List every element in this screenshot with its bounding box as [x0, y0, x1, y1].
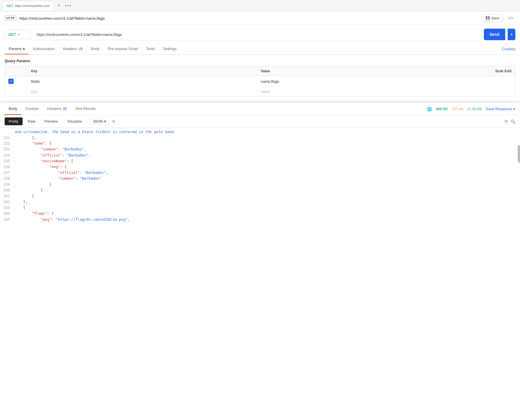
tab-settings[interactable]: Settings — [159, 44, 181, 54]
resp-raw-tab[interactable]: Raw — [24, 117, 39, 125]
resp-pretty-tab[interactable]: Pretty — [5, 117, 23, 125]
resp-visualize-tab[interactable]: Visualize — [63, 117, 86, 125]
resp-tab-body[interactable]: Body — [5, 103, 21, 115]
save-response-button[interactable]: Save Response ▾ — [486, 107, 515, 111]
checkbox-cell[interactable] — [5, 76, 28, 87]
col-value-header: Value — [257, 66, 462, 76]
tab-body[interactable]: Body — [87, 44, 104, 54]
key-cell[interactable]: fields — [27, 76, 257, 87]
line-content-239: } — [14, 182, 520, 187]
code-line-comment: and uitiamaiine. The head oi a black tri… — [0, 129, 520, 135]
tab-params[interactable]: Params — [5, 44, 29, 54]
send-dropdown-button[interactable]: ▾ — [508, 29, 515, 40]
tab-bar: GET https://restcountries.com + ••• — [0, 0, 520, 12]
filter-icon: ≡ — [112, 119, 115, 124]
new-tab-button[interactable]: + — [55, 3, 63, 9]
save-response-label: Save Response — [486, 107, 512, 111]
bulk-edit-label[interactable]: Bulk Edit — [495, 69, 512, 73]
code-button[interactable]: </> — [506, 15, 515, 22]
method-label: GET — [8, 32, 16, 37]
search-button[interactable]: 🔍 — [510, 119, 515, 124]
line-content-234: "official": "Barbados", — [14, 152, 520, 158]
tab-headers-label: Headers — [63, 47, 77, 51]
col-check-header — [5, 66, 28, 76]
empty-key-cell[interactable]: Key — [27, 87, 257, 97]
resp-tab-headers[interactable]: Headers (8) — [43, 103, 71, 115]
scrollbar-track — [518, 128, 520, 224]
save-icon: 💾 — [486, 16, 490, 20]
filter-icon-button[interactable]: ≡ — [112, 119, 115, 124]
code-area: and uitiamaiine. The head oi a black tri… — [0, 128, 520, 224]
tab-headers[interactable]: Headers (6) — [59, 44, 87, 54]
code-line-234: 234 "official": "Barbados", — [0, 152, 520, 158]
scrollbar-thumb[interactable] — [518, 145, 520, 163]
resp-body-label: Body — [9, 106, 17, 111]
code-line-243: 243 { — [0, 205, 520, 211]
headers-badge: (6) — [78, 47, 83, 51]
request-tabs: Params Authorization Headers (6) Body Pr… — [0, 44, 520, 55]
table-row: fields name,flags — [5, 76, 515, 87]
tab-more-button[interactable]: ••• — [63, 3, 74, 8]
line-content-244: "flags": { — [14, 211, 520, 216]
address-bar: HTTP https://restcountries.com/v3.1/all?… — [0, 12, 520, 25]
code-line-235: 235 "nativeName": { — [0, 158, 520, 164]
tab-authorization[interactable]: Authorization — [29, 44, 59, 54]
param-value: name,flags — [261, 79, 279, 84]
checkbox-checked-icon[interactable] — [8, 79, 14, 84]
resp-preview-tab[interactable]: Preview — [40, 117, 62, 125]
value-cell[interactable]: name,flags — [257, 76, 462, 87]
params-title: Query Params — [5, 59, 515, 63]
params-table: Key Value Bulk Edit fields name,flags — [5, 66, 515, 97]
format-arrow-icon: ▾ — [104, 119, 106, 124]
line-num-237: 237 — [0, 170, 14, 176]
response-meta: 🌐 200 OK 337 ms 21.06 KB Save Response ▾ — [427, 107, 515, 111]
resp-tab-test-results[interactable]: Test Results — [71, 103, 100, 115]
code-container[interactable]: and uitiamaiine. The head oi a black tri… — [0, 128, 520, 224]
url-input[interactable] — [33, 29, 482, 40]
tab-tests[interactable]: Tests — [142, 44, 159, 54]
send-button[interactable]: Send — [484, 29, 505, 40]
response-time: 337 ms — [452, 107, 463, 111]
code-line-232: 232 "name": { — [0, 141, 520, 146]
key-placeholder: Key — [31, 89, 37, 94]
tab-pre-request[interactable]: Pre-request Script — [104, 44, 142, 54]
line-num-comment — [0, 129, 14, 129]
section-divider — [0, 101, 520, 103]
response-section: Body Cookies Headers (8) Test Results 🌐 … — [0, 103, 520, 224]
empty-check — [5, 87, 28, 97]
method-select[interactable]: GET ▾ — [5, 30, 31, 39]
copy-icon: ⧉ — [505, 119, 508, 124]
line-content-238: "common": "Barbados" — [14, 176, 520, 181]
empty-edit-cell — [462, 87, 515, 97]
http-badge: HTTP — [5, 16, 16, 21]
params-section: Query Params Key Value Bulk Edit fields — [0, 55, 520, 101]
line-num-240: 240 — [0, 187, 14, 193]
copy-button[interactable]: ⧉ — [505, 119, 508, 124]
line-content-243: { — [14, 205, 520, 211]
code-line-244: 244 "flags": { — [0, 211, 520, 216]
response-size: 21.06 KB — [467, 107, 482, 111]
code-line-245: 245 "png": "https://flagcdn.com/w320/im.… — [0, 217, 520, 222]
code-line-238: 238 "common": "Barbados" — [0, 176, 520, 181]
line-num-233: 233 — [0, 146, 14, 152]
resp-headers-label: Headers — [47, 106, 61, 111]
code-line-231: 231 }, — [0, 135, 520, 141]
table-row-empty: Key Value — [5, 87, 515, 97]
line-content-241: } — [14, 193, 520, 199]
request-bar: GET ▾ Send ▾ — [0, 25, 520, 44]
method-arrow-icon: ▾ — [18, 33, 19, 36]
empty-value-cell[interactable]: Value — [257, 87, 462, 97]
tab-authorization-label: Authorization — [33, 47, 55, 51]
cookies-link[interactable]: Cookies — [502, 47, 515, 51]
resp-test-results-label: Test Results — [75, 106, 96, 111]
line-num-238: 238 — [0, 176, 14, 181]
line-num-231: 231 — [0, 135, 14, 141]
active-tab[interactable]: GET https://restcountries.com — [2, 1, 54, 11]
format-select[interactable]: JSON ▾ — [90, 118, 109, 125]
response-sub-tabs: Pretty Raw Preview Visualize JSON ▾ ≡ ⧉ … — [0, 115, 520, 128]
col-key-header: Key — [27, 66, 257, 76]
key-value: fields — [31, 79, 40, 84]
resp-tab-cookies[interactable]: Cookies — [21, 103, 43, 115]
tab-params-label: Params — [9, 47, 22, 51]
save-button[interactable]: 💾 Save — [482, 14, 503, 22]
